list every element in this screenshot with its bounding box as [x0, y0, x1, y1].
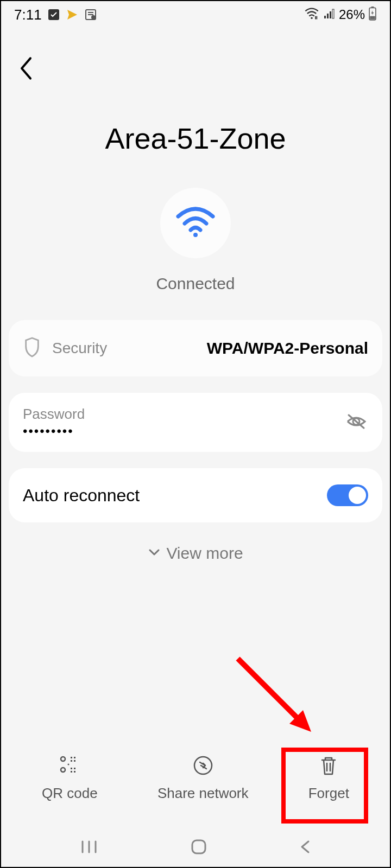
signal-status-icon — [323, 7, 336, 22]
password-label: Password — [23, 406, 85, 423]
checkmark-notification-icon — [47, 8, 60, 21]
auto-reconnect-toggle[interactable] — [327, 484, 368, 506]
status-time: 7:11 — [14, 7, 42, 23]
connection-status: Connected — [1, 275, 390, 293]
svg-point-16 — [61, 757, 65, 761]
qr-code-label: QR code — [42, 785, 98, 802]
view-more-label: View more — [166, 544, 243, 563]
view-more-button[interactable]: View more — [1, 544, 390, 563]
wifi-icon — [174, 206, 217, 240]
security-value: WPA/WPA2-Personal — [207, 339, 368, 358]
share-network-button[interactable]: Share network — [147, 749, 260, 807]
svg-rect-8 — [330, 11, 331, 18]
nav-bar — [1, 829, 390, 867]
chevron-down-icon — [148, 548, 161, 559]
network-name: Area-51-Zone — [1, 122, 390, 155]
password-card[interactable]: Password ••••••••• — [9, 393, 382, 452]
status-bar: 7:11 26% — [1, 1, 390, 28]
nav-back-button[interactable] — [299, 838, 312, 858]
eye-off-icon[interactable] — [344, 412, 368, 433]
svg-rect-33 — [192, 840, 205, 853]
svg-marker-29 — [289, 710, 311, 732]
wifi-status-icon — [304, 7, 319, 22]
nav-home-button[interactable] — [190, 838, 207, 858]
svg-rect-12 — [370, 16, 375, 20]
svg-rect-6 — [324, 16, 326, 18]
svg-rect-20 — [71, 760, 72, 762]
wifi-status-circle — [160, 188, 231, 258]
news-notification-icon — [84, 8, 97, 21]
svg-point-17 — [61, 768, 65, 772]
qr-code-icon — [59, 755, 80, 778]
svg-point-4 — [91, 15, 96, 20]
trash-icon — [319, 755, 338, 778]
svg-rect-21 — [74, 760, 75, 762]
password-value: ••••••••• — [23, 424, 85, 439]
svg-point-5 — [311, 17, 313, 18]
security-label: Security — [52, 340, 107, 357]
svg-rect-25 — [74, 771, 75, 773]
svg-rect-24 — [71, 771, 72, 773]
svg-rect-22 — [71, 768, 72, 769]
nav-recents-button[interactable] — [79, 839, 99, 857]
annotation-arrow — [227, 648, 325, 748]
battery-percentage: 26% — [339, 7, 365, 22]
svg-point-26 — [68, 764, 70, 765]
share-network-label: Share network — [157, 785, 249, 802]
svg-rect-11 — [371, 7, 374, 8]
forget-button[interactable]: Forget — [298, 749, 360, 807]
svg-rect-19 — [74, 757, 75, 758]
share-icon — [192, 755, 214, 778]
auto-reconnect-label: Auto reconnect — [23, 486, 140, 506]
bottom-actions: QR code Share network Forget — [1, 738, 390, 818]
svg-rect-23 — [74, 768, 75, 769]
security-card: Security WPA/WPA2-Personal — [9, 320, 382, 376]
svg-point-27 — [194, 757, 212, 774]
svg-rect-18 — [71, 757, 72, 758]
forget-label: Forget — [308, 785, 349, 802]
svg-line-28 — [238, 659, 303, 724]
shield-icon — [23, 336, 41, 360]
auto-reconnect-card: Auto reconnect — [9, 468, 382, 522]
battery-icon — [368, 7, 377, 23]
back-button[interactable] — [17, 55, 35, 84]
app-notification-icon — [66, 8, 79, 21]
svg-rect-7 — [327, 14, 329, 18]
qr-code-button[interactable]: QR code — [31, 749, 109, 807]
svg-rect-9 — [332, 9, 334, 18]
svg-point-13 — [193, 233, 198, 237]
